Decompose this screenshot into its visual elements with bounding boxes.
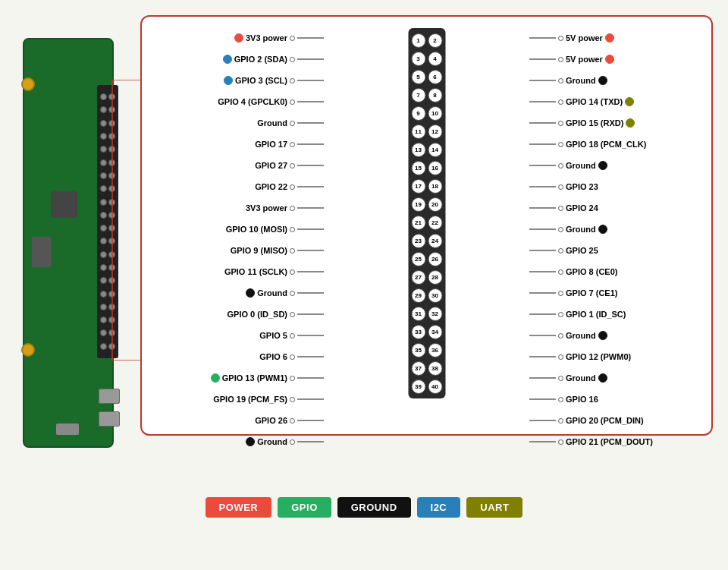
- left-pin-row: GPIO 19 (PCM_FS): [149, 389, 324, 409]
- pin-num-odd: 31: [411, 307, 425, 321]
- main-container: 3V3 powerGPIO 2 (SDA)GPIO 3 (SCL)GPIO 4 …: [0, 0, 728, 486]
- pin-num-even: 14: [428, 143, 442, 157]
- pin-color-dot-left: [246, 288, 255, 298]
- left-pin-label: Ground: [257, 118, 287, 128]
- board-chip-main: [51, 191, 77, 218]
- pin-num-odd: 5: [411, 70, 425, 84]
- pin-line-right: [529, 398, 556, 400]
- legend-item-power: POWER: [206, 497, 272, 518]
- left-pin-row: GPIO 26: [149, 411, 324, 430]
- pin-line-right: [529, 292, 556, 294]
- right-pin-row: Ground: [529, 368, 704, 388]
- pin-pair-row: 2728: [411, 269, 442, 285]
- pin-connector-dot-right: [558, 312, 563, 317]
- pin-connector-dot-left: [290, 269, 295, 275]
- pin-connector-dot-right: [558, 142, 563, 147]
- pin-line-left: [297, 122, 324, 124]
- pin-connector-dot-left: [290, 227, 295, 232]
- pin-connector-dot-right: [558, 418, 563, 424]
- pin-connector-dot-right: [558, 354, 563, 360]
- left-pin-row: GPIO 10 (MOSI): [149, 219, 324, 239]
- pin-line-left: [297, 186, 324, 187]
- pin-line-left: [297, 292, 324, 294]
- pin-pair-row: 1314: [411, 141, 442, 158]
- usb-port-2: [99, 411, 120, 427]
- pin-line-right: [529, 356, 556, 357]
- left-pin-row: GPIO 4 (GPCLK0): [149, 92, 324, 112]
- pin-pair-row: 1516: [411, 159, 442, 176]
- left-pin-label: GPIO 19 (PCM_FS): [213, 395, 287, 404]
- pin-pair-row: 3738: [411, 360, 442, 376]
- pin-connector-dot-right: [558, 184, 563, 190]
- pin-num-odd: 29: [411, 288, 425, 303]
- pin-num-even: 10: [428, 106, 442, 121]
- pin-pair-row: 1920: [411, 196, 442, 213]
- left-pin-row: GPIO 11 (SCLK): [149, 262, 324, 282]
- left-pin-label: GPIO 13 (PWM1): [222, 373, 287, 383]
- left-pin-label: GPIO 4 (GPCLK0): [218, 97, 287, 106]
- pin-line-right: [529, 37, 556, 39]
- right-pin-row: GPIO 24: [529, 198, 704, 218]
- right-pin-row: GPIO 12 (PWM0): [529, 347, 704, 367]
- right-pin-row: GPIO 21 (PCM_DOUT): [529, 432, 704, 452]
- pin-connector-dot-left: [290, 163, 295, 168]
- pin-color-dot-left: [223, 55, 232, 64]
- pin-color-dot-right: [605, 33, 614, 43]
- pin-pair-row: 12: [411, 32, 442, 49]
- right-pin-label: 5V power: [566, 55, 603, 64]
- pin-connector-dot-right: [558, 248, 563, 254]
- pin-connector-dot-left: [290, 418, 295, 424]
- legend-item-ground: GROUND: [337, 497, 411, 518]
- bracket-lines: [105, 80, 143, 361]
- pin-pair-row: 1718: [411, 178, 442, 194]
- pin-line-right: [529, 313, 556, 315]
- board-chip-secondary: [32, 237, 51, 267]
- pin-connector-dot-left: [290, 142, 295, 147]
- pin-connector-dot-left: [290, 184, 295, 190]
- pin-num-even: 32: [428, 307, 442, 321]
- left-pin-row: GPIO 13 (PWM1): [149, 368, 324, 388]
- legend-item-gpio: GPIO: [278, 497, 331, 518]
- pin-connector-dot-left: [290, 248, 295, 254]
- pin-num-odd: 7: [411, 88, 425, 102]
- pin-num-odd: 27: [411, 270, 425, 285]
- pin-line-right: [529, 420, 556, 421]
- pin-color-dot-right: [598, 76, 607, 85]
- pin-connector-dot-left: [290, 99, 295, 105]
- left-pin-row: Ground: [149, 113, 324, 133]
- gpio-connector-center-block: 1234567891011121314151617181920212223242…: [408, 28, 445, 398]
- pin-line-right: [529, 271, 556, 272]
- pin-connector-dot-right: [558, 121, 563, 126]
- pin-color-dot-left: [234, 33, 243, 43]
- pin-num-even: 8: [428, 88, 442, 102]
- pin-num-odd: 11: [411, 124, 425, 139]
- pin-num-even: 6: [428, 70, 442, 84]
- pin-num-odd: 13: [411, 143, 425, 157]
- pin-color-dot-right: [598, 161, 607, 170]
- pin-num-even: 16: [428, 161, 442, 175]
- left-pin-row: GPIO 5: [149, 326, 324, 345]
- left-pin-row: GPIO 17: [149, 134, 324, 154]
- left-pin-row: Ground: [149, 432, 324, 452]
- right-pin-label: Ground: [566, 161, 596, 170]
- right-pin-row: GPIO 14 (TXD): [529, 92, 704, 112]
- pin-line-right: [529, 143, 556, 145]
- pin-connector-dot-right: [558, 291, 563, 296]
- pin-color-dot-left: [211, 373, 220, 383]
- left-pin-label: GPIO 22: [255, 182, 287, 191]
- pin-connector-dot-right: [558, 227, 563, 232]
- pin-connector-dot-left: [290, 121, 295, 126]
- right-pin-row: 5V power: [529, 28, 704, 48]
- pin-pair-row: 3334: [411, 323, 442, 340]
- pin-connector-dot-right: [558, 163, 563, 168]
- right-pin-label: GPIO 16: [566, 395, 598, 404]
- pin-num-odd: 15: [411, 161, 425, 175]
- pin-connector-dot-right: [558, 397, 563, 402]
- board-connector-bottom: [56, 424, 79, 435]
- left-pin-label: GPIO 11 (SCLK): [224, 267, 287, 276]
- right-pin-row: Ground: [529, 71, 704, 90]
- pin-color-dot-left: [224, 76, 233, 85]
- pin-num-odd: 35: [411, 343, 425, 357]
- pin-num-even: 24: [428, 234, 442, 248]
- pin-num-odd: 23: [411, 234, 425, 248]
